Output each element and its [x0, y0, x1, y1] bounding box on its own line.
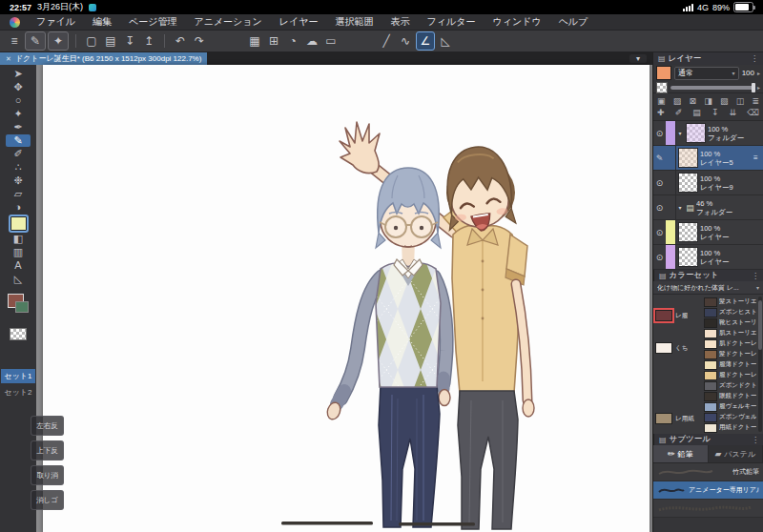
export-icon[interactable]: ↥: [140, 32, 157, 50]
timelapse-icon[interactable]: ◔: [284, 32, 301, 50]
selection-tool[interactable]: ○: [6, 94, 31, 107]
subtool-item[interactable]: [653, 500, 763, 518]
layer-label-color[interactable]: [666, 195, 676, 219]
eye-icon[interactable]: ⊙: [653, 178, 666, 188]
color-swatch-item[interactable]: ズボンヴェルキ: [704, 412, 756, 422]
pen-tool[interactable]: ✒: [6, 121, 31, 133]
expand-icon[interactable]: ▾: [676, 130, 684, 136]
layer-row[interactable]: ⊙ 100 % レイヤー9: [653, 171, 763, 195]
decoration-tool[interactable]: ❉: [6, 174, 31, 187]
ruler-show-icon[interactable]: ≣: [752, 96, 759, 107]
transparent-color-swatch[interactable]: [10, 328, 27, 340]
subtool-item[interactable]: 竹式鉛筆: [653, 463, 763, 481]
color-chip[interactable]: [704, 329, 717, 338]
blend-mode-dropdown[interactable]: 通常 ▾: [674, 67, 739, 80]
import-icon[interactable]: ↧: [121, 32, 138, 50]
tool-set-tab-1[interactable]: セット1: [1, 369, 35, 383]
eye-icon[interactable]: ⊙: [653, 203, 666, 213]
fill-tool[interactable]: ◧: [6, 233, 31, 245]
palette-color-icon[interactable]: ▣: [657, 96, 666, 107]
layer-label-color[interactable]: [666, 220, 676, 244]
subtool-group-pastel[interactable]: ▰ パステル: [709, 445, 763, 462]
layer-palette-color-chip[interactable]: [656, 66, 671, 80]
color-chip[interactable]: [704, 360, 717, 370]
new-layer-icon[interactable]: ✚: [657, 108, 665, 118]
app-logo-icon[interactable]: [10, 17, 20, 28]
menu-icon[interactable]: ≡: [6, 32, 23, 50]
layer-label-color[interactable]: [666, 245, 676, 269]
menu-help[interactable]: ヘルプ: [550, 14, 597, 30]
blend-tool[interactable]: ◑: [6, 201, 31, 214]
color-swatch-item[interactable]: 靴ヒストーリエ: [704, 317, 756, 328]
subtool-menu-icon[interactable]: ⋮: [752, 436, 759, 444]
color-chip[interactable]: [655, 413, 672, 424]
color-set-dropdown[interactable]: 化け物に好かれた体質 レ... ▾: [653, 281, 763, 295]
transform-icon[interactable]: ⊞: [265, 32, 282, 50]
layer-options-icon[interactable]: ≡: [753, 153, 763, 162]
airbrush-tool[interactable]: ∴: [6, 161, 31, 174]
flip-vertical-button[interactable]: 上下反: [31, 440, 64, 460]
layer-row[interactable]: ⊙ 100 % レイヤー: [653, 245, 763, 270]
layer-panel-menu-icon[interactable]: ⋮: [751, 54, 758, 63]
menu-selection[interactable]: 選択範囲: [327, 14, 382, 30]
color-chip[interactable]: [704, 402, 717, 412]
layer-label-color[interactable]: [666, 121, 676, 145]
menu-edit[interactable]: 編集: [84, 14, 120, 30]
eye-icon[interactable]: ⊙: [653, 253, 666, 262]
menu-animation[interactable]: アニメーション: [185, 14, 270, 30]
curve-line-icon[interactable]: ∿: [397, 32, 414, 50]
color-chip[interactable]: [704, 392, 717, 401]
color-swatch-item[interactable]: 肌ドクトーレ: [704, 338, 756, 349]
transfer-down-icon[interactable]: ↧: [711, 108, 719, 118]
document-tab[interactable]: ✕ ドクトーレ誕生日* (B6 2150 x 1512px 300dpi 122…: [0, 52, 207, 65]
color-chip[interactable]: [655, 342, 672, 354]
color-chip[interactable]: [704, 371, 717, 380]
color-swatch-item[interactable]: 眼鏡ドクトーレ: [704, 391, 756, 401]
color-swatch-item[interactable]: 服薄ドクトーレ: [704, 359, 756, 370]
menu-file[interactable]: ファイル: [28, 14, 84, 30]
menu-window[interactable]: ウィンドウ: [484, 14, 549, 30]
layer-label-color[interactable]: [666, 146, 676, 170]
expand-icon[interactable]: ▾: [676, 204, 684, 211]
edit-pen-icon[interactable]: ✎: [653, 153, 666, 163]
cloud-icon[interactable]: ☁: [303, 32, 320, 50]
canvas-area[interactable]: 左右反 上下反 取り消 消しゴ: [36, 65, 652, 532]
color-swatch-item[interactable]: レ用紙: [655, 413, 701, 424]
tool-set-tab-2[interactable]: セット2: [1, 385, 35, 399]
color-chip[interactable]: [704, 413, 717, 422]
layer-mask-icon[interactable]: ◫: [736, 96, 745, 107]
color-chip[interactable]: [704, 350, 717, 359]
pen-tool-icon[interactable]: ✎: [25, 31, 46, 51]
color-swatch-item[interactable]: くち: [655, 342, 701, 354]
highlight-color-chip[interactable]: [10, 216, 27, 231]
color-swatch-item[interactable]: 髪ストーリエ: [704, 297, 756, 307]
new-folder-icon[interactable]: ▤: [692, 108, 701, 118]
opacity-slider[interactable]: [670, 86, 754, 90]
layer-row[interactable]: ⊙ 100 % レイヤー: [653, 220, 763, 245]
menu-layer[interactable]: レイヤー: [271, 14, 327, 30]
color-chip[interactable]: [704, 423, 717, 433]
eraser-button[interactable]: 消しゴ: [31, 490, 64, 510]
layer-move-tool[interactable]: ✥: [6, 81, 31, 93]
color-set-menu-icon[interactable]: ⋮: [752, 272, 759, 280]
eraser-tool[interactable]: ▱: [6, 188, 31, 200]
color-chip[interactable]: [704, 308, 717, 317]
color-swatch-item[interactable]: 服ヴェルキー: [704, 401, 756, 412]
color-swatch-item[interactable]: レ服: [655, 310, 701, 321]
lock-alpha-icon[interactable]: ▨: [673, 96, 682, 107]
delete-layer-icon[interactable]: ⌫: [747, 108, 759, 118]
snap-ruler-icon[interactable]: ◺: [437, 32, 454, 50]
operation-tool[interactable]: ➤: [6, 68, 31, 80]
slider-stepper-icon[interactable]: ▸: [757, 84, 760, 91]
color-swatch-item[interactable]: 用紙ドクトー: [704, 422, 756, 433]
text-tool[interactable]: A: [6, 259, 31, 272]
color-swatch-item[interactable]: ズボンヒスト...: [704, 307, 756, 317]
color-swatch-item[interactable]: ズボンドクト...: [704, 380, 756, 391]
layer-row-folder[interactable]: ⊙ ▾ ▤ 46 % フォルダー: [653, 195, 763, 220]
subtool-item-selected[interactable]: アニメーター専用リアル風鉛筆 1: [653, 481, 763, 500]
brush-tool[interactable]: ✐: [6, 148, 31, 160]
menu-page-manage[interactable]: ページ管理: [120, 14, 185, 30]
new-canvas-icon[interactable]: ▢: [83, 32, 100, 50]
reference-layer-icon[interactable]: ▧: [720, 96, 729, 107]
menu-filter[interactable]: フィルター: [419, 14, 485, 30]
